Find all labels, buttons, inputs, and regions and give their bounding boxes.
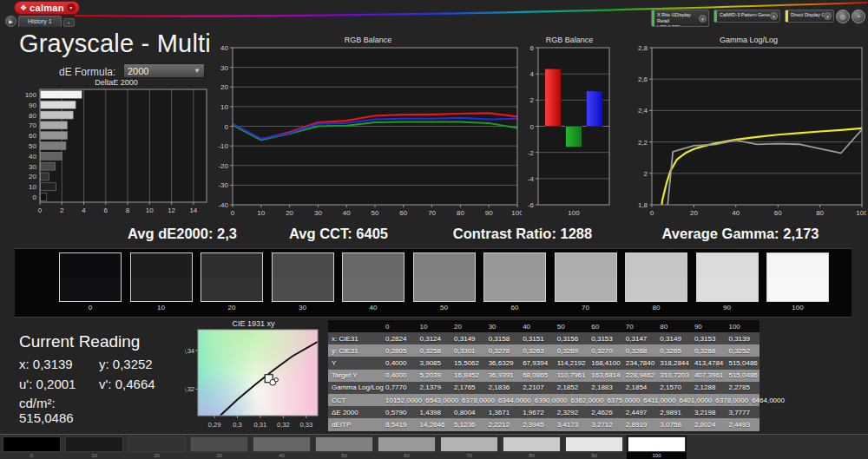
svg-text:0: 0 [33,193,37,201]
table-cell: 16,8452 [450,371,485,379]
patch-button[interactable]: 100 [627,436,687,459]
swatch-target [556,278,616,302]
swatch-cell: 10 [130,252,193,311]
patch-swatch [65,436,123,452]
svg-text:14: 14 [189,207,197,214]
pattern-generator-label: CalMID-3 Pattern Generator [717,10,770,22]
patch-label: 70 [440,452,498,459]
svg-text:2,6: 2,6 [638,75,648,83]
patch-swatch [440,436,498,452]
svg-text:0: 0 [650,209,654,217]
target-icon: ◎ [840,13,846,21]
svg-text:6: 6 [530,45,535,52]
history-tab-bar: ▶ History 1 + [5,16,75,27]
pattern-generator-button[interactable]: CalMID-3 Pattern Generator ▾ [713,10,780,23]
table-cell: 0,3139 [725,335,760,343]
patch-button[interactable]: 80 [502,436,562,459]
patch-button[interactable]: 60 [377,436,437,459]
table-cell: 2,2212 [485,421,520,429]
swatch-actual [131,253,192,278]
svg-text:30: 30 [314,209,322,217]
calman-logo[interactable]: ❖ calman ▾ [14,1,80,15]
table-cell: 10152,0000 [382,397,422,404]
settings-round-button[interactable]: ◎ [836,10,850,23]
swatch-target [767,278,828,302]
history-add-tab-button[interactable]: + [63,18,75,27]
table-cell: 0,3149 [450,335,485,343]
gamma-chart: Gamma Log/Log 2,82,62,42,221,80204060801… [631,36,866,221]
deltae-chart-title: DeltaE 2000 [23,78,210,88]
table-cell: 3,9085 [417,359,451,367]
svg-text:80: 80 [457,209,464,217]
patch-label: 0 [3,452,61,459]
display-control-button[interactable]: Direct Display Control ▾ [785,10,834,23]
patch-button[interactable]: 50 [314,436,374,459]
reading-y: y: 0,3252 [99,357,153,371]
table-row: dEITP8,541914,28465,12362,22122,39453,41… [328,418,760,430]
table-cell: 2,8024 [691,421,726,429]
rgb-balance-line-chart: RGB Balance 403020100-10-20-30-400102030… [214,36,522,221]
svg-text:70: 70 [29,121,36,129]
swatch-actual [201,253,262,278]
table-cell: 2,1852 [554,384,589,391]
table-cell: 5,1236 [450,421,485,429]
svg-text:2,4: 2,4 [638,107,648,115]
logo-menu-caret-icon[interactable]: ▾ [67,3,76,12]
tab-history-1[interactable]: History 1 [18,16,62,27]
svg-text:2,8: 2,8 [638,45,648,52]
table-cell: 1,4398 [417,409,451,416]
table-header-cell: 100 [725,323,760,331]
table-cell: 310,7203 [656,371,691,379]
table-row-label: y: CIE31 [328,347,382,355]
patch-button[interactable]: 30 [189,436,249,459]
table-cell: 110,7961 [554,371,589,379]
bottom-bar: 0102030405060708090100 ▪ ■ ▶ A ∞ ↻ ◄ Bac… [0,434,868,459]
swatch-actual [767,253,828,278]
table-cell: 0,3258 [417,347,451,355]
swatch-box [342,252,404,302]
table-cell: 0,3149 [656,335,691,343]
info-round-button[interactable]: ◔ [852,10,865,23]
svg-text:10: 10 [257,209,265,217]
table-cell: 0,3153 [588,335,622,343]
svg-text:2: 2 [60,207,64,214]
swatch-cell: 50 [413,252,476,311]
table-cell: 114,2192 [554,359,589,367]
calman-diamond-icon: ❖ [20,3,27,12]
patch-button[interactable]: 20 [127,436,187,459]
patch-label: 100 [628,452,686,459]
svg-text:30: 30 [220,64,228,72]
svg-text:10: 10 [146,207,154,214]
results-table: 0102030405060708090100x: CIE310,28240,31… [328,320,760,431]
patch-button[interactable]: 70 [439,436,499,459]
de-formula-dropdown[interactable]: 2000 ▼ [123,63,205,78]
history-play-button[interactable]: ▶ [5,16,16,27]
table-cell: 2,1570 [656,384,691,391]
swatch-target [60,278,121,302]
current-reading-title: Current Reading [19,332,184,351]
patch-button[interactable]: 0 [2,436,62,459]
patch-button[interactable]: 40 [252,436,312,459]
table-cell: 6378,0000 [712,397,748,404]
table-cell: 2,1836 [485,384,520,391]
table-row-label: ΔE 2000 [328,409,382,416]
svg-text:100: 100 [856,209,866,217]
table-row: ΔE 20000,57901,43980,80041,36711,96722,3… [328,406,760,418]
table-cell: 2,1288 [691,384,726,391]
meter-device-button[interactable]: X Rite i1Display RetailLCD [LED] ▾ [651,10,709,27]
table-cell: 6464,0000 [748,397,785,404]
avg-gamma-stat: Average Gamma: 2,173 [649,226,832,242]
patch-button[interactable]: 90 [564,436,624,459]
swatch-target [697,278,758,302]
display-control-label: Direct Display Control [788,10,824,22]
swatch-actual [273,253,333,278]
table-cell: 14,2846 [417,421,451,429]
swatch-box [272,252,334,302]
table-cell: 2,1765 [450,384,485,391]
svg-text:0,29: 0,29 [208,421,221,429]
svg-text:-40: -40 [218,201,228,209]
patch-button[interactable]: 10 [64,436,124,459]
swatch-actual [484,253,545,278]
patch-swatch [190,436,248,452]
svg-text:80: 80 [29,112,36,120]
